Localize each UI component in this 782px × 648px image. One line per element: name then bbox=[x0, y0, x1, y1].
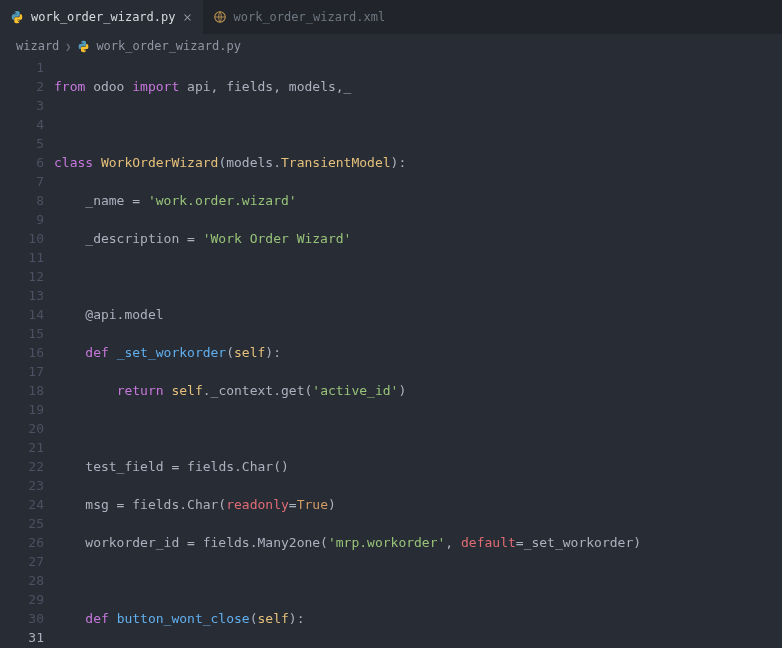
line-number: 6 bbox=[0, 153, 44, 172]
line-number: 4 bbox=[0, 115, 44, 134]
line-number: 3 bbox=[0, 96, 44, 115]
line-number: 17 bbox=[0, 362, 44, 381]
line-number: 27 bbox=[0, 552, 44, 571]
breadcrumb: wizard ❯ work_order_wizard.py bbox=[0, 34, 782, 58]
line-number: 25 bbox=[0, 514, 44, 533]
line-number: 26 bbox=[0, 533, 44, 552]
close-icon[interactable] bbox=[183, 12, 193, 22]
line-number: 12 bbox=[0, 267, 44, 286]
line-number-gutter: 1234567891011121314151617181920212223242… bbox=[0, 58, 54, 648]
line-number: 14 bbox=[0, 305, 44, 324]
line-number: 5 bbox=[0, 134, 44, 153]
tab-xml-file[interactable]: work_order_wizard.xml bbox=[203, 0, 396, 34]
line-number: 23 bbox=[0, 476, 44, 495]
line-number: 10 bbox=[0, 229, 44, 248]
line-number: 31 bbox=[0, 628, 44, 647]
code-area[interactable]: from odoo import api, fields, models,_ c… bbox=[54, 58, 651, 648]
breadcrumb-file[interactable]: work_order_wizard.py bbox=[96, 39, 241, 53]
line-number: 15 bbox=[0, 324, 44, 343]
line-number: 28 bbox=[0, 571, 44, 590]
line-number: 19 bbox=[0, 400, 44, 419]
code-editor[interactable]: 1234567891011121314151617181920212223242… bbox=[0, 58, 782, 648]
line-number: 30 bbox=[0, 609, 44, 628]
line-number: 7 bbox=[0, 172, 44, 191]
breadcrumb-folder[interactable]: wizard bbox=[16, 39, 59, 53]
line-number: 16 bbox=[0, 343, 44, 362]
line-number: 9 bbox=[0, 210, 44, 229]
tab-bar: work_order_wizard.py work_order_wizard.x… bbox=[0, 0, 782, 34]
line-number: 13 bbox=[0, 286, 44, 305]
line-number: 18 bbox=[0, 381, 44, 400]
line-number: 11 bbox=[0, 248, 44, 267]
tab-label: work_order_wizard.xml bbox=[234, 10, 386, 24]
python-file-icon bbox=[77, 40, 90, 53]
line-number: 8 bbox=[0, 191, 44, 210]
line-number: 29 bbox=[0, 590, 44, 609]
line-number: 22 bbox=[0, 457, 44, 476]
chevron-right-icon: ❯ bbox=[65, 41, 71, 52]
tab-label: work_order_wizard.py bbox=[31, 10, 176, 24]
line-number: 2 bbox=[0, 77, 44, 96]
xml-file-icon bbox=[213, 10, 227, 24]
line-number: 24 bbox=[0, 495, 44, 514]
line-number: 21 bbox=[0, 438, 44, 457]
line-number: 1 bbox=[0, 58, 44, 77]
tab-python-file[interactable]: work_order_wizard.py bbox=[0, 0, 203, 34]
line-number: 20 bbox=[0, 419, 44, 438]
python-file-icon bbox=[10, 10, 24, 24]
